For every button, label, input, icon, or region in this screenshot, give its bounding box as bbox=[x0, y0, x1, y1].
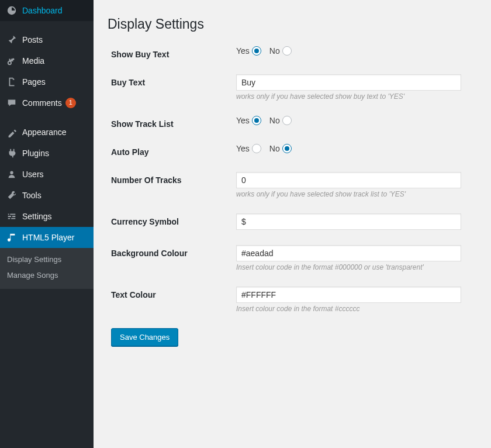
auto-play-no-radio[interactable] bbox=[282, 144, 292, 153]
sidebar-item-label: Tools bbox=[22, 191, 42, 200]
label-show-buy-text: Show Buy Text bbox=[108, 46, 236, 59]
main-content: Display Settings Show Buy Text Yes No Bu… bbox=[94, 0, 491, 448]
sidebar-item-users[interactable]: Users bbox=[0, 164, 94, 185]
number-of-tracks-help: works only if you have selected show tra… bbox=[236, 190, 477, 198]
label-number-of-tracks: Number Of Tracks bbox=[108, 172, 236, 185]
sidebar-item-label: Users bbox=[22, 170, 44, 179]
row-text-colour: Text Colour Insert colour code in the fo… bbox=[108, 287, 477, 313]
row-show-buy-text: Show Buy Text Yes No bbox=[108, 46, 477, 59]
submenu-item-manage-songs[interactable]: Manage Songs bbox=[0, 267, 94, 283]
sidebar-item-posts[interactable]: Posts bbox=[0, 29, 94, 50]
sidebar-item-label: Dashboard bbox=[22, 6, 63, 15]
sidebar-item-media[interactable]: Media bbox=[0, 50, 94, 71]
text-colour-input[interactable] bbox=[236, 287, 461, 303]
sidebar-submenu: Display Settings Manage Songs bbox=[0, 248, 94, 289]
pages-icon bbox=[6, 76, 18, 88]
row-auto-play: Auto Play Yes No bbox=[108, 144, 477, 157]
label-auto-play: Auto Play bbox=[108, 144, 236, 157]
sidebar-item-html5-player[interactable]: HTML5 Player bbox=[0, 227, 94, 248]
row-show-track-list: Show Track List Yes No bbox=[108, 116, 477, 129]
sidebar-item-label: Settings bbox=[22, 212, 52, 221]
sidebar-item-label: Media bbox=[22, 56, 44, 66]
row-buy-text: Buy Text works only if you have selected… bbox=[108, 74, 477, 101]
label-buy-text: Buy Text bbox=[108, 74, 236, 87]
auto-play-yes-radio[interactable] bbox=[252, 144, 261, 153]
auto-play-no-label[interactable]: No bbox=[269, 144, 292, 153]
sidebar-item-label: Pages bbox=[22, 77, 46, 87]
background-colour-help: Insert colour code in the format #000000… bbox=[236, 263, 477, 271]
currency-symbol-input[interactable] bbox=[236, 213, 461, 230]
pin-icon bbox=[6, 34, 18, 46]
label-background-colour: Background Colour bbox=[108, 245, 236, 258]
page-title: Display Settings bbox=[108, 16, 477, 32]
svg-point-0 bbox=[8, 61, 11, 64]
users-icon bbox=[6, 168, 18, 180]
save-button[interactable]: Save Changes bbox=[111, 328, 178, 346]
show-track-list-yes-label[interactable]: Yes bbox=[236, 116, 261, 125]
comments-icon bbox=[6, 97, 18, 109]
submenu-item-display-settings[interactable]: Display Settings bbox=[0, 251, 94, 267]
sidebar-item-plugins[interactable]: Plugins bbox=[0, 143, 94, 164]
media-icon bbox=[6, 55, 18, 67]
sidebar-item-label: HTML5 Player bbox=[22, 233, 74, 242]
comments-badge: 1 bbox=[65, 98, 76, 108]
label-show-track-list: Show Track List bbox=[108, 116, 236, 129]
appearance-icon bbox=[6, 126, 18, 138]
text-colour-help: Insert colour code in the format #cccccc bbox=[236, 305, 477, 313]
background-colour-input[interactable] bbox=[236, 245, 461, 261]
buy-text-input[interactable] bbox=[236, 74, 461, 91]
sidebar-item-comments[interactable]: Comments 1 bbox=[0, 92, 94, 113]
show-buy-text-no-radio[interactable] bbox=[282, 46, 292, 56]
show-track-list-yes-radio[interactable] bbox=[252, 116, 261, 125]
show-track-list-no-label[interactable]: No bbox=[269, 116, 292, 125]
sidebar-item-label: Plugins bbox=[22, 149, 49, 158]
admin-sidebar: Dashboard Posts Media Pages Comments 1 A… bbox=[0, 0, 94, 448]
sidebar-item-tools[interactable]: Tools bbox=[0, 185, 94, 206]
show-track-list-no-radio[interactable] bbox=[282, 116, 292, 125]
auto-play-yes-label[interactable]: Yes bbox=[236, 144, 261, 153]
music-icon bbox=[6, 232, 18, 243]
label-text-colour: Text Colour bbox=[108, 287, 236, 299]
dashboard-icon bbox=[6, 5, 18, 16]
number-of-tracks-input[interactable] bbox=[236, 172, 461, 188]
show-buy-text-no-label[interactable]: No bbox=[269, 46, 292, 56]
show-buy-text-yes-label[interactable]: Yes bbox=[236, 46, 261, 56]
row-background-colour: Background Colour Insert colour code in … bbox=[108, 245, 477, 271]
buy-text-help: works only if you have selected show buy… bbox=[236, 92, 477, 101]
show-buy-text-yes-radio[interactable] bbox=[252, 46, 261, 56]
sidebar-item-label: Appearance bbox=[22, 127, 67, 137]
sidebar-item-pages[interactable]: Pages bbox=[0, 71, 94, 92]
sidebar-item-dashboard[interactable]: Dashboard bbox=[0, 0, 94, 21]
settings-icon bbox=[6, 211, 18, 222]
sidebar-item-label: Posts bbox=[22, 35, 43, 44]
tools-icon bbox=[6, 189, 18, 201]
sidebar-item-appearance[interactable]: Appearance bbox=[0, 122, 94, 143]
sidebar-item-label: Comments bbox=[22, 98, 62, 108]
row-number-of-tracks: Number Of Tracks works only if you have … bbox=[108, 172, 477, 198]
sidebar-item-settings[interactable]: Settings bbox=[0, 206, 94, 227]
label-currency-symbol: Currency Symbol bbox=[108, 213, 236, 226]
row-currency-symbol: Currency Symbol bbox=[108, 213, 477, 230]
plugins-icon bbox=[6, 147, 18, 159]
